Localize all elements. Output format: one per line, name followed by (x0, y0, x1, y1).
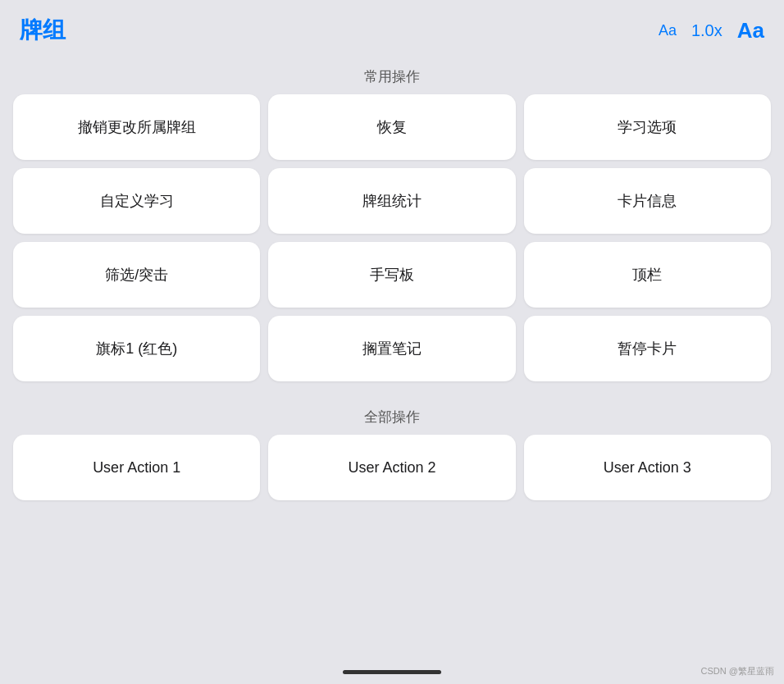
common-action-btn-7[interactable]: 手写板 (268, 242, 515, 308)
all-section-title: 全部操作 (10, 396, 774, 435)
common-action-btn-9[interactable]: 旗标1 (红色) (13, 316, 260, 381)
all-actions-grid: User Action 1User Action 2User Action 3 (10, 435, 774, 500)
common-action-btn-1[interactable]: 恢复 (268, 94, 515, 160)
scale-control[interactable]: 1.0x (691, 21, 722, 40)
aa-large-button[interactable]: Aa (737, 18, 764, 43)
all-action-btn-2[interactable]: User Action 3 (524, 435, 771, 500)
page-title: 牌组 (20, 15, 66, 46)
common-action-btn-0[interactable]: 撤销更改所属牌组 (13, 94, 260, 160)
common-action-btn-6[interactable]: 筛选/突击 (13, 242, 260, 308)
common-action-btn-2[interactable]: 学习选项 (524, 94, 771, 160)
common-action-btn-5[interactable]: 卡片信息 (524, 168, 771, 234)
common-actions-grid: 撤销更改所属牌组恢复学习选项自定义学习牌组统计卡片信息筛选/突击手写板顶栏旗标1… (10, 94, 774, 381)
content: 常用操作 撤销更改所属牌组恢复学习选项自定义学习牌组统计卡片信息筛选/突击手写板… (0, 56, 784, 500)
common-action-btn-4[interactable]: 牌组统计 (268, 168, 515, 234)
common-action-btn-8[interactable]: 顶栏 (524, 242, 771, 308)
header: 牌组 Aa 1.0x Aa (0, 0, 784, 56)
watermark: CSDN @繁星蓝雨 (701, 665, 774, 677)
common-action-btn-10[interactable]: 搁置笔记 (268, 316, 515, 381)
common-section-title: 常用操作 (10, 56, 774, 94)
common-action-btn-3[interactable]: 自定义学习 (13, 168, 260, 234)
bottom-bar (343, 670, 441, 674)
common-action-btn-11[interactable]: 暂停卡片 (524, 316, 771, 381)
all-action-btn-0[interactable]: User Action 1 (13, 435, 260, 500)
aa-small-button[interactable]: Aa (659, 22, 677, 39)
header-controls: Aa 1.0x Aa (659, 18, 764, 43)
all-action-btn-1[interactable]: User Action 2 (268, 435, 515, 500)
